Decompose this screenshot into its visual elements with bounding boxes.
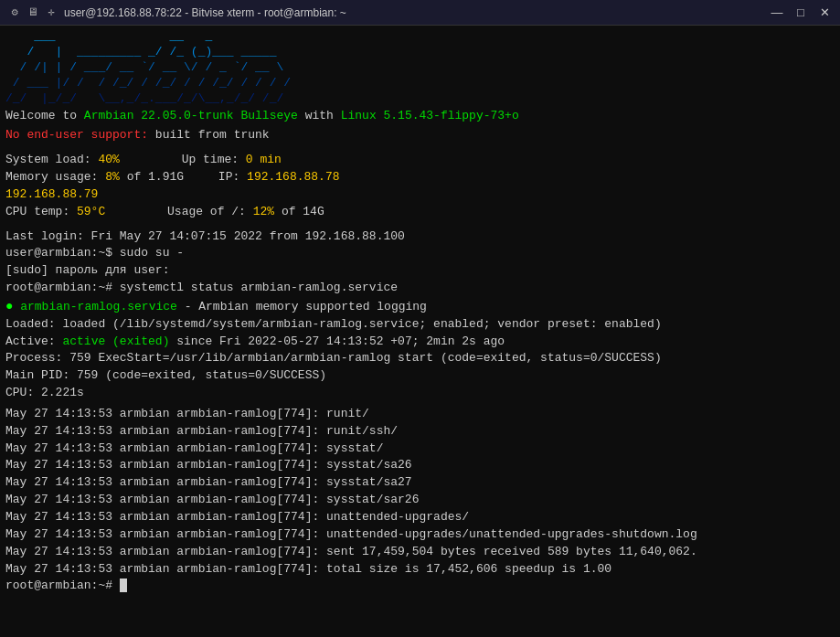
minimize-button[interactable]: —	[769, 5, 785, 21]
log-lines: May 27 14:13:53 armbian armbian-ramlog[7…	[5, 406, 835, 578]
titlebar-title: user@192.168.88.78:22 - Bitvise xterm - …	[64, 6, 346, 19]
maximize-button[interactable]: □	[792, 5, 809, 21]
log-line-5: May 27 14:13:53 armbian armbian-ramlog[7…	[5, 492, 835, 509]
titlebar-controls: — □ ✕	[769, 5, 833, 21]
prompt3: root@armbian:~# systemctl status armbian…	[5, 280, 835, 297]
service-mainpid: Main PID: 759 (code=exited, status=0/SUC…	[5, 367, 835, 385]
final-prompt-line: root@armbian:~#	[5, 578, 835, 595]
gear-icon[interactable]: ⚙	[7, 5, 22, 20]
log-line-6: May 27 14:13:53 armbian armbian-ramlog[7…	[5, 509, 835, 526]
log-line-1: May 27 14:13:53 armbian armbian-ramlog[7…	[5, 423, 835, 441]
monitor-icon[interactable]: 🖥	[26, 5, 40, 20]
log-line-0: May 27 14:13:53 armbian armbian-ramlog[7…	[5, 406, 835, 423]
service-cpu: CPU: 2.221s	[5, 385, 835, 402]
terminal: ___ __ _ / | _________ _/ /_ (_)___ ____…	[0, 26, 840, 637]
log-line-2: May 27 14:13:53 armbian armbian-ramlog[7…	[5, 441, 835, 458]
cursor-block	[120, 579, 127, 592]
service-active: Active: active (exited) since Fri 2022-0…	[5, 334, 835, 351]
no-support-line: No end-user support: built from trunk	[5, 127, 835, 144]
log-line-3: May 27 14:13:53 armbian armbian-ramlog[7…	[5, 457, 835, 474]
service-loaded: Loaded: loaded (/lib/systemd/system/armb…	[5, 316, 835, 334]
titlebar: ⚙ 🖥 ✛ user@192.168.88.78:22 - Bitvise xt…	[0, 0, 840, 26]
service-name-line: ● armbian-ramlog.service - Armbian memor…	[5, 297, 835, 316]
ascii-art: ___ __ _ / | _________ _/ /_ (_)___ ____…	[5, 29, 835, 106]
log-line-7: May 27 14:13:53 armbian armbian-ramlog[7…	[5, 526, 835, 544]
sysinfo-ip2: 192.168.88.79	[5, 186, 835, 204]
titlebar-icons: ⚙ 🖥 ✛	[7, 5, 58, 20]
sysinfo-row2: Memory usage: 8% of 1.91G IP: 192.168.88…	[5, 169, 835, 186]
log-line-8: May 27 14:13:53 armbian armbian-ramlog[7…	[5, 544, 835, 561]
close-button[interactable]: ✕	[816, 5, 833, 21]
service-process: Process: 759 ExecStart=/usr/lib/armbian/…	[5, 350, 835, 367]
log-line-4: May 27 14:13:53 armbian armbian-ramlog[7…	[5, 474, 835, 492]
welcome-line: Welcome to Armbian 22.05.0-trunk Bullsey…	[5, 108, 835, 125]
prompt2: [sudo] пароль для user:	[5, 262, 835, 280]
sysinfo-row1: System load: 40% Up time: 0 min	[5, 152, 835, 169]
service-status-block: ● armbian-ramlog.service - Armbian memor…	[5, 297, 835, 402]
titlebar-left: ⚙ 🖥 ✛ user@192.168.88.78:22 - Bitvise xt…	[7, 5, 346, 20]
prompt1: user@armbian:~$ sudo su -	[5, 245, 835, 262]
cursor-icon[interactable]: ✛	[44, 5, 58, 20]
sysinfo-row3: CPU temp: 59°C Usage of /: 12% of 14G	[5, 204, 835, 221]
last-login: Last login: Fri May 27 14:07:15 2022 fro…	[5, 228, 835, 246]
log-line-9: May 27 14:13:53 armbian armbian-ramlog[7…	[5, 561, 835, 579]
sysinfo-block: System load: 40% Up time: 0 min Memory u…	[5, 152, 835, 220]
